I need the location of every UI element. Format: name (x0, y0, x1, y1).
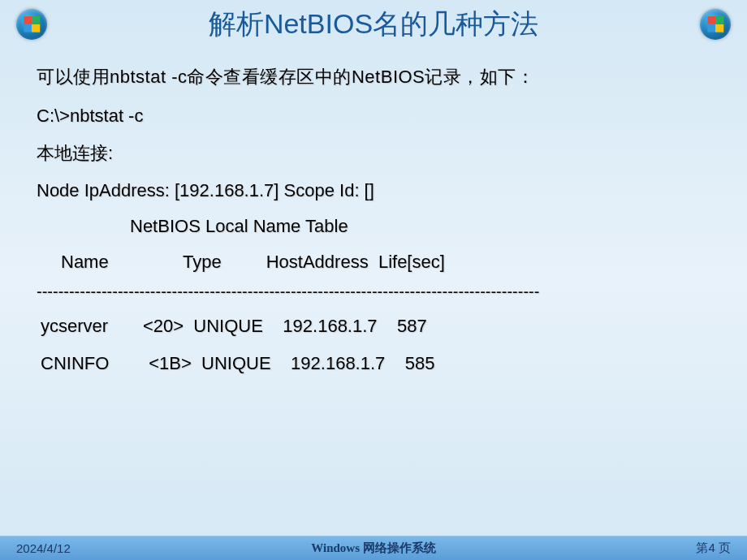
table-divider: ----------------------------------------… (37, 282, 710, 301)
connection-text: 本地连接: (37, 141, 710, 166)
footer-date: 2024/4/12 (16, 541, 71, 555)
slide-content: 可以使用nbtstat -c命令查看缓存区中的NetBIOS记录，如下： C:\… (0, 49, 747, 407)
row-type: UNIQUE (201, 353, 271, 373)
slide-footer: 2024/4/12 Windows 网络操作系统 第4 页 (0, 536, 747, 560)
row-code: <1B> (149, 353, 192, 373)
slide-title: 解析NetBIOS名的几种方法 (47, 6, 700, 43)
col-type: Type (183, 252, 222, 272)
row-life: 585 (405, 353, 435, 373)
slide-header: 解析NetBIOS名的几种方法 (0, 0, 747, 49)
row-code: <20> (143, 316, 184, 336)
col-life: Life[sec] (378, 252, 445, 272)
windows-logo-icon (16, 9, 47, 40)
footer-page: 第4 页 (696, 541, 731, 556)
node-info-text: Node IpAddress: [192.168.1.7] Scope Id: … (37, 180, 710, 201)
col-host: HostAddress (266, 252, 369, 272)
footer-title: Windows 网络操作系统 (311, 541, 436, 556)
row-name: CNINFO (41, 353, 109, 373)
command-text: C:\>nbtstat -c (37, 106, 710, 127)
table-title-text: NetBIOS Local Name Table (130, 216, 710, 237)
row-name: ycserver (41, 316, 108, 336)
table-header-row: Name Type HostAddress Life[sec] (61, 252, 710, 273)
row-life: 587 (397, 316, 427, 336)
row-host: 192.168.1.7 (291, 353, 385, 373)
intro-text: 可以使用nbtstat -c命令查看缓存区中的NetBIOS记录，如下： (37, 65, 710, 89)
windows-logo-icon (700, 9, 731, 40)
table-row: ycserver <20> UNIQUE 192.168.1.7 587 (41, 316, 710, 337)
table-row: CNINFO <1B> UNIQUE 192.168.1.7 585 (41, 353, 710, 374)
row-type: UNIQUE (193, 316, 263, 336)
col-name: Name (61, 252, 109, 272)
row-host: 192.168.1.7 (283, 316, 377, 336)
